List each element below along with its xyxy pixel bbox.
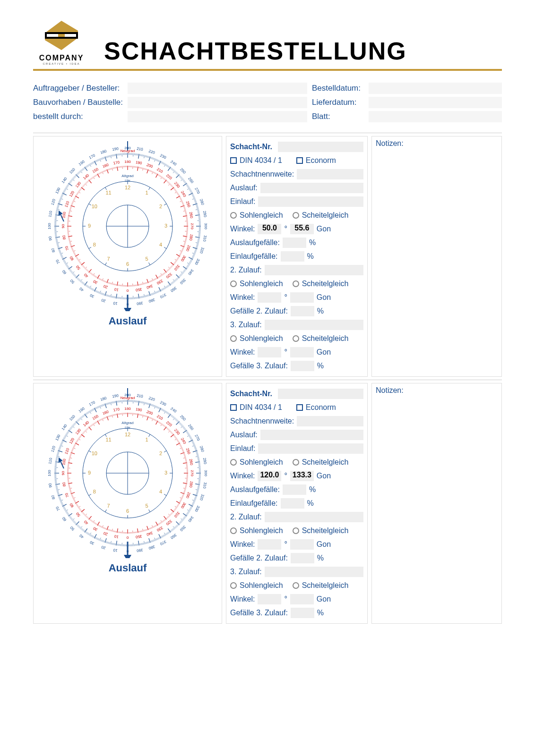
svg-line-310 [198,235,200,236]
blatt-input[interactable] [369,111,502,122]
sohlengleich3-radio[interactable] [230,582,237,589]
svg-line-1375 [75,502,76,502]
winkel3-gon-input[interactable] [290,594,314,604]
svg-line-1196 [195,497,197,498]
scheitelgleich-radio[interactable] [293,459,299,466]
svg-line-274 [192,195,194,196]
din-checkbox[interactable] [230,404,237,411]
winkel2-deg-input[interactable] [258,292,281,303]
svg-line-259 [183,180,185,182]
svg-line-1638 [162,521,163,522]
lieferdatum-input[interactable] [369,97,502,108]
scheitelgleich3-radio[interactable] [293,335,299,342]
svg-text:290: 290 [185,492,191,499]
schacht-nr-input[interactable] [278,142,363,152]
auslaufgef-input[interactable] [283,238,306,248]
gef3-input[interactable] [291,608,314,618]
zulauf3-input[interactable] [265,320,363,330]
gef2-input[interactable] [291,306,314,316]
svg-line-1033 [84,415,85,416]
schacht-nr-input[interactable] [278,389,363,399]
winkel3-deg-input[interactable] [258,347,281,357]
svg-line-39 [87,286,88,287]
svg-line-1651 [151,527,151,529]
gef2-input[interactable] [291,553,314,563]
winkel3-deg-input[interactable] [258,594,281,604]
svg-text:11: 11 [105,437,111,442]
einlauf-input[interactable] [258,196,363,207]
svg-line-1389 [69,488,72,489]
svg-line-584 [90,178,91,179]
winkel-gon-value[interactable]: 55.6 [290,224,314,234]
sohlengleich2-radio[interactable] [230,527,237,534]
einlauf-input[interactable] [258,443,363,454]
svg-line-1636 [164,520,165,521]
zulauf2-input[interactable] [265,265,363,275]
scheitelgleich2-radio[interactable] [293,527,299,534]
gef3-input[interactable] [291,361,314,371]
svg-line-139 [66,186,68,187]
svg-line-1007 [64,437,65,438]
bestelldatum-input[interactable] [369,83,502,94]
nennweite-input[interactable] [297,169,363,179]
svg-line-467 [102,279,104,281]
winkel-deg-value[interactable]: 50.0 [258,224,281,234]
svg-line-1547 [175,437,176,438]
sohlengleich2-radio[interactable] [230,280,237,287]
svg-line-1079 [133,400,134,403]
svg-line-64 [67,266,69,267]
winkel-gon-value[interactable]: 133.3 [290,471,314,481]
bauvorhaben-label: Bauvorhaben / Baustelle: [33,98,128,107]
auslauf-input[interactable] [260,430,363,440]
winkel2-gon-input[interactable] [290,539,314,550]
din-checkbox[interactable] [230,157,237,164]
winkel2-gon-input[interactable] [290,292,314,303]
svg-line-1647 [155,526,155,527]
auslaufgef-input[interactable] [283,484,306,495]
svg-line-997 [59,447,61,448]
winkel-deg-value[interactable]: 120.0 [258,471,281,481]
svg-text:110: 110 [48,210,53,217]
bestellt-input[interactable] [128,111,307,122]
winkel3-gon-input[interactable] [290,347,314,357]
sohlengleich-radio[interactable] [230,212,237,219]
auslauf-input[interactable] [260,183,363,193]
svg-line-1386 [70,492,71,492]
svg-line-1535 [166,427,167,428]
svg-line-160 [83,169,84,170]
sohlengleich3-radio[interactable] [230,335,237,342]
zulauf2-input[interactable] [265,512,363,522]
svg-line-1457 [91,425,92,426]
notes-box[interactable]: Notizen: [371,136,502,377]
svg-text:350: 350 [135,534,142,539]
svg-text:130: 130 [55,187,61,194]
notes-box[interactable]: Notizen: [371,383,502,624]
svg-line-180 [103,157,103,159]
svg-line-1162 [198,459,199,460]
svg-line-155 [78,172,80,173]
nennweite-input[interactable] [297,416,363,426]
bauvorhaben-input[interactable] [128,97,307,108]
svg-line-329 [193,255,195,256]
scheitelgleich3-radio[interactable] [293,582,299,589]
svg-line-776 [154,279,154,280]
svg-line-581 [88,180,89,181]
svg-line-1203 [192,504,194,505]
econorm-checkbox[interactable] [296,404,303,411]
einlaufgef-input[interactable] [281,251,304,262]
svg-text:Altgrad: Altgrad [121,421,133,425]
svg-text:160: 160 [102,162,110,169]
einlaufgef-input[interactable] [281,498,304,509]
scheitelgleich2-radio[interactable] [293,280,299,287]
svg-line-758 [169,269,170,270]
auftraggeber-input[interactable] [128,83,307,94]
sohlengleich-radio[interactable] [230,459,237,466]
winkel2-deg-input[interactable] [258,539,281,550]
scheitelgleich-radio[interactable] [293,212,299,219]
svg-line-91 [55,238,57,239]
econorm-checkbox[interactable] [296,157,303,164]
svg-line-1037 [87,412,88,413]
svg-line-1015 [69,429,70,430]
zulauf3-input[interactable] [265,567,363,577]
svg-text:310: 310 [173,264,181,272]
